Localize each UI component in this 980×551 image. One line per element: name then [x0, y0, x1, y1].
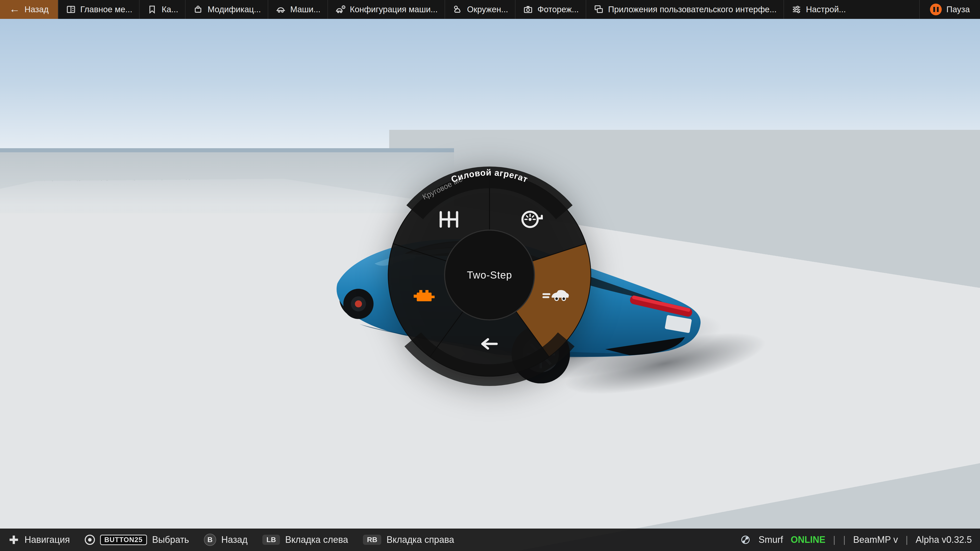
- tab-label: Конфигурация маши...: [350, 5, 438, 14]
- top-navigation-bar: ← Назад Главное ме... Ка...: [0, 0, 980, 19]
- hint-label: Навигация: [24, 534, 70, 545]
- online-status: ONLINE: [791, 534, 825, 545]
- tab-vehicle-config[interactable]: Конфигурация маши...: [328, 0, 445, 19]
- tab-map[interactable]: Ка...: [139, 0, 185, 19]
- hint-navigation: Навигация: [8, 534, 70, 545]
- tab-label: Модификац...: [207, 5, 261, 14]
- photo-icon: [522, 4, 534, 15]
- top-tabs: Главное ме... Ка... Модификац... Маш: [58, 0, 853, 19]
- player-name: Smurf: [759, 534, 783, 545]
- game-version: Alpha v0.32.5: [916, 534, 972, 545]
- main-menu-icon: [65, 4, 76, 15]
- hint-back: B Назад: [204, 534, 248, 546]
- tab-label: Приложения пользовательского интерфе...: [608, 5, 776, 14]
- hint-label: Вкладка слева: [285, 534, 348, 545]
- hint-label: Выбрать: [152, 534, 189, 545]
- tab-label: Окружен...: [467, 5, 508, 14]
- radial-center-label: Two-Step: [467, 269, 512, 281]
- beammp-version: BeamMP v: [853, 534, 898, 545]
- hint-tab-left: LB Вкладка слева: [262, 534, 348, 545]
- vehicle-config-icon: [335, 4, 346, 15]
- tab-mods[interactable]: Модификац...: [185, 0, 268, 19]
- status-area: Smurf ONLINE | | BeamMP v | Alpha v0.32.…: [740, 534, 972, 545]
- tab-ui-apps[interactable]: Приложения пользовательского интерфе...: [586, 0, 783, 19]
- hint-label: Назад: [221, 534, 248, 545]
- tab-environment[interactable]: Окружен...: [445, 0, 515, 19]
- topbar-spacer: [853, 0, 919, 19]
- hint-select: BUTTON25 Выбрать: [85, 534, 189, 545]
- vehicles-icon: [275, 4, 286, 15]
- divider: |: [905, 534, 908, 545]
- back-arrow-icon: ←: [9, 3, 20, 14]
- lb-button-icon: LB: [262, 535, 280, 545]
- bottom-hint-bar: Навигация BUTTON25 Выбрать B Назад LB Вк…: [0, 529, 980, 551]
- mods-icon: [192, 4, 204, 15]
- pause-label: Пауза: [946, 5, 970, 14]
- back-button[interactable]: ← Назад: [0, 0, 58, 19]
- button-badge: BUTTON25: [100, 535, 147, 545]
- hint-label: Вкладка справа: [387, 534, 454, 545]
- tab-label: Настрой...: [806, 5, 846, 14]
- settings-icon: [791, 4, 802, 15]
- tab-photo-mode[interactable]: Фотореж...: [515, 0, 586, 19]
- environment-icon: [452, 4, 463, 15]
- ui-apps-icon: [593, 4, 605, 15]
- pause-button[interactable]: Пауза: [919, 0, 980, 19]
- radial-menu: Two-Step Круговое ме Силовой агрегат: [336, 122, 643, 428]
- gamepad-icon: [8, 534, 19, 545]
- game-screen: Two-Step Круговое ме Силовой агрегат ← Н…: [0, 0, 980, 551]
- divider: |: [843, 534, 845, 545]
- steam-icon: [740, 534, 751, 545]
- tab-label: Ка...: [162, 5, 178, 14]
- stick-button-icon: [85, 535, 95, 545]
- divider: |: [833, 534, 835, 545]
- tab-label: Маши...: [290, 5, 321, 14]
- rb-button-icon: RB: [363, 535, 381, 545]
- tab-main-menu[interactable]: Главное ме...: [58, 0, 139, 19]
- b-button-icon: B: [204, 534, 216, 546]
- tab-vehicles[interactable]: Маши...: [268, 0, 328, 19]
- tab-settings[interactable]: Настрой...: [783, 0, 853, 19]
- pause-icon: [930, 3, 942, 15]
- back-label: Назад: [24, 5, 49, 14]
- tab-label: Фотореж...: [538, 5, 579, 14]
- map-icon: [146, 4, 158, 15]
- hint-tab-right: RB Вкладка справа: [363, 534, 454, 545]
- tab-label: Главное ме...: [80, 5, 132, 14]
